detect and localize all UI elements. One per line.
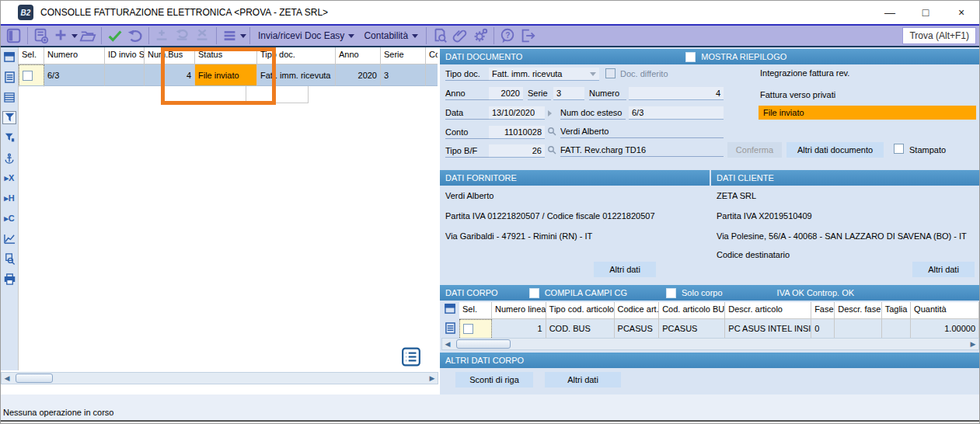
corpo-col-codice-art[interactable]: Codice art.: [615, 302, 660, 319]
dati-fornitore-title: DATI FORNITORE: [445, 173, 517, 182]
contabilita-dropdown[interactable]: Contabilità: [359, 30, 423, 41]
calendar-arrow-icon[interactable]: [548, 110, 552, 116]
corpo-col-fase[interactable]: Fase: [811, 302, 835, 319]
toolbar-separator: [27, 27, 28, 44]
conto-code-field[interactable]: 11010028: [489, 126, 545, 139]
gear-icon[interactable]: [470, 26, 490, 45]
corpo-table-row[interactable]: 1 COD. BUS PCASUS PCASUS PC ASUS INTEL I…: [459, 319, 979, 338]
cliente-name: ZETA SRL: [717, 191, 756, 200]
scroll-thumb[interactable]: [456, 339, 511, 349]
numero-field[interactable]: 4: [629, 87, 724, 100]
menu-caret-down-icon[interactable]: [240, 34, 246, 38]
fornitore-altri-dati-button[interactable]: Altri dati: [594, 262, 656, 277]
scroll-left-icon[interactable]: ◀: [442, 339, 453, 349]
conto-lookup-icon[interactable]: [547, 127, 556, 137]
table-row[interactable]: 6/3 4 File inviato Fatt. imm. ricevuta 2…: [19, 64, 438, 86]
goto-h-icon[interactable]: ▸H: [2, 192, 16, 205]
row-checkbox[interactable]: [23, 71, 33, 81]
conto-label: Conto: [445, 127, 489, 139]
corpo-col-cod-bus[interactable]: Cod. articolo BUS: [659, 302, 725, 319]
cell-tipo-doc: Fatt. imm. ricevuta: [257, 64, 336, 86]
col-sel[interactable]: Sel.: [19, 47, 44, 64]
preview-document-icon[interactable]: [430, 26, 450, 45]
menu-icon[interactable]: [220, 26, 240, 45]
scroll-thumb[interactable]: [16, 374, 53, 383]
serie-field[interactable]: 3: [553, 87, 584, 100]
stampato-checkbox[interactable]: [894, 144, 904, 154]
scroll-right-icon[interactable]: ▶: [968, 339, 978, 349]
confirm-check-icon[interactable]: [105, 26, 125, 45]
maximize-button[interactable]: □: [908, 1, 943, 24]
filter-edit-icon[interactable]: [2, 131, 16, 144]
conferma-button[interactable]: Conferma: [727, 142, 782, 158]
toolbar-separator: [249, 27, 250, 44]
add-caret-down-icon[interactable]: [71, 34, 78, 38]
goto-x-icon[interactable]: ▸X: [2, 172, 16, 185]
help-icon[interactable]: ?: [497, 26, 518, 45]
col-numero[interactable]: Numero: [44, 47, 105, 64]
invia-ricevi-dropdown[interactable]: Invia/ricevi Doc Easy: [253, 30, 359, 41]
trova-search-box[interactable]: Trova (Alt+F1): [902, 27, 976, 44]
side-panel-icon[interactable]: [4, 26, 24, 45]
dati-corpo-header: DATI CORPO COMPILA CAMPI CG Solo corpo I…: [440, 285, 980, 301]
list-summary-icon[interactable]: [401, 346, 421, 367]
anno-field[interactable]: 2020: [489, 87, 523, 100]
print-icon[interactable]: [2, 273, 16, 286]
solo-corpo-checkbox[interactable]: [666, 288, 676, 298]
open-folder-icon[interactable]: [78, 26, 98, 45]
corpo-col-descr-fase[interactable]: Descr. fase: [835, 302, 881, 319]
col-id-invio-sdi[interactable]: ID invio SdI: [105, 47, 145, 64]
corpo-table-hscrollbar[interactable]: ◀ ▶: [441, 338, 979, 350]
col-co-clipped[interactable]: Co: [426, 47, 438, 64]
undo-icon[interactable]: [125, 26, 145, 45]
layout-view-icon[interactable]: [2, 50, 16, 64]
compila-campi-checkbox[interactable]: [529, 288, 539, 298]
new-list-icon[interactable]: [31, 26, 51, 45]
corpo-row-checkbox[interactable]: [463, 324, 473, 334]
close-button[interactable]: ×: [943, 1, 979, 24]
scroll-left-icon[interactable]: ◀: [2, 373, 12, 384]
col-tipo-doc[interactable]: Tipo doc.: [257, 47, 336, 64]
tipo-bf-code-field[interactable]: 26: [489, 144, 545, 158]
num-doc-esteso-field[interactable]: 6/3: [629, 106, 724, 120]
exit-icon[interactable]: [518, 26, 538, 45]
corpo-col-taglia[interactable]: Taglia: [882, 302, 911, 319]
altri-dati-documento-button[interactable]: Altri dati documento: [786, 142, 884, 158]
paperclip-icon[interactable]: [450, 26, 470, 45]
mostra-riepilogo-checkbox[interactable]: [685, 52, 696, 62]
col-num-bus[interactable]: Num.Bus: [145, 47, 195, 64]
scroll-right-icon[interactable]: ▶: [427, 373, 438, 384]
grid-view-icon[interactable]: [2, 91, 16, 104]
anchor-icon[interactable]: [2, 151, 16, 165]
print-preview-icon[interactable]: [2, 252, 16, 266]
data-field[interactable]: 13/10/2020: [489, 106, 545, 120]
col-anno[interactable]: Anno: [336, 47, 381, 64]
num-doc-esteso-label: Num doc esteso: [560, 108, 626, 120]
corpo-col-descr[interactable]: Descr. articolo: [725, 302, 811, 319]
corpo-col-quantita[interactable]: Quantità: [911, 302, 979, 319]
corpo-detail-icon[interactable]: [443, 321, 457, 335]
col-serie[interactable]: Serie: [381, 47, 426, 64]
detail-view-icon[interactable]: [2, 71, 16, 84]
filter-icon[interactable]: [2, 111, 16, 124]
corpo-col-tipo-cod[interactable]: Tipo cod. articolo: [546, 302, 615, 319]
corpo-altri-dati-button[interactable]: Altri dati: [545, 372, 621, 388]
col-status[interactable]: Status: [195, 47, 257, 64]
corpo-layout-icon[interactable]: [443, 302, 457, 315]
minimize-button[interactable]: —: [872, 1, 908, 24]
insert-row-icon-disabled: [152, 26, 173, 45]
flag-privati: Fattura verso privati: [760, 90, 835, 99]
dati-cliente-title: DATI CLIENTE: [717, 173, 774, 182]
doc-differito-checkbox[interactable]: [605, 68, 616, 78]
tipo-doc-select[interactable]: Fatt. imm. ricevuta: [489, 68, 599, 81]
corpo-col-numero-linea[interactable]: Numero linea: [492, 302, 546, 319]
sconti-di-riga-button[interactable]: Sconti di riga: [455, 372, 533, 388]
goto-c-icon[interactable]: ▸C: [2, 212, 16, 225]
chart-icon[interactable]: [2, 232, 16, 245]
cliente-altri-dati-button[interactable]: Altri dati: [912, 262, 975, 277]
add-icon[interactable]: [51, 26, 71, 45]
corpo-col-sel[interactable]: Sel.: [459, 302, 492, 319]
document-table-hscrollbar[interactable]: ◀ ▶: [1, 372, 438, 384]
dati-documento-header: DATI DOCUMENTO MOSTRA RIEPILOGO: [440, 49, 980, 64]
tipo-bf-lookup-icon[interactable]: [547, 145, 556, 156]
